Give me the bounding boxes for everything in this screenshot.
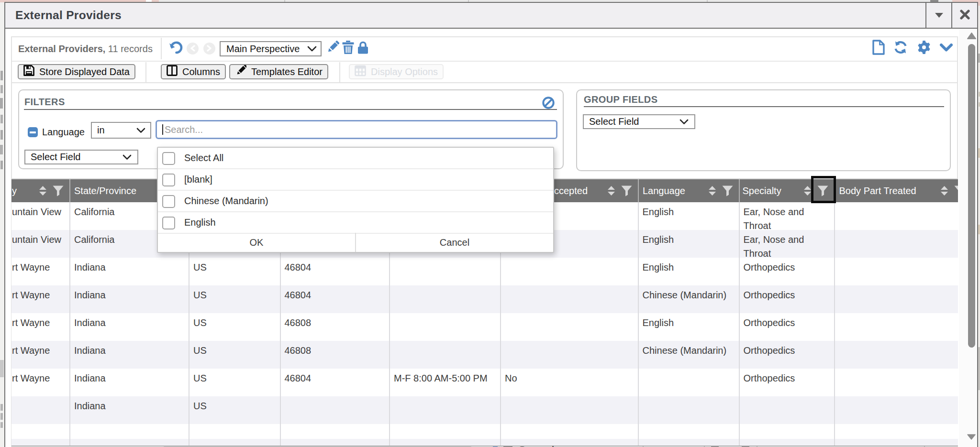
sort-icon[interactable] [804,186,811,196]
checkbox[interactable] [162,152,175,165]
add-group-field-select[interactable]: Select Field [583,114,695,129]
table-row[interactable]: rt WayneIndianaUS46808EnglishOrthopedics [11,313,958,341]
filter-funnel-icon[interactable] [954,185,958,196]
window-close-button[interactable] [951,3,977,28]
edit-perspective-button[interactable] [325,36,340,60]
table-cell [390,341,501,369]
table-cell [501,439,639,446]
scrollbar-thumb[interactable] [968,44,975,348]
table-cell: Chinese (Mandarin) [639,285,740,313]
pencil-icon [235,65,251,79]
table-row[interactable] [11,439,958,446]
dropdown-option[interactable]: English [158,212,553,234]
dropdown-option-label: Select All [184,153,223,164]
table-cell: Indiana [70,341,189,369]
vertical-scrollbar[interactable] [959,29,977,447]
dropdown-option[interactable]: Select All [158,148,553,169]
table-cell [835,369,958,396]
table-cell: rt Wayne [11,285,70,313]
table-cell: rt Wayne [11,258,70,285]
filter-operator-select[interactable]: in [91,122,151,139]
refresh-button[interactable] [893,36,908,60]
table-row[interactable]: IndianaUS [11,396,958,424]
sort-icon[interactable] [608,186,615,196]
table-row[interactable]: rt WayneIndianaUS46804Chinese (Mandarin)… [11,285,958,313]
column-header-label: Body Part Treated [839,185,916,196]
undo-button[interactable] [168,36,184,60]
add-filter-field-select[interactable]: Select Field [24,150,138,164]
table-cell: Ear, Nose and Throat [740,230,835,258]
checkbox[interactable] [162,174,175,186]
table-cell: untain View [11,202,70,230]
filter-funnel-icon[interactable] [817,185,828,196]
clear-filters-button[interactable] [542,97,555,109]
table-cell [740,396,835,424]
table-row[interactable] [11,424,958,439]
table-cell [835,285,958,313]
display-options-button[interactable]: Display Options [349,64,444,79]
cancel-button[interactable]: Cancel [356,233,553,252]
columns-button[interactable]: Columns [161,64,226,79]
toolbar-divider [12,61,957,62]
dropdown-option[interactable]: [blank] [158,169,553,191]
add-group-field-value: Select Field [589,116,639,127]
scroll-down-arrow-icon[interactable] [967,433,976,442]
window-menu-button[interactable] [925,3,951,28]
filter-funnel-icon[interactable] [53,185,64,196]
filter-funnel-icon[interactable] [722,185,733,196]
table-cell [11,424,70,439]
table-cell: 46804 [281,369,390,396]
undo-icon [169,41,183,56]
sort-icon[interactable] [941,186,948,196]
display-options-label: Display Options [371,66,438,77]
column-header[interactable]: Body Part Treated [835,179,958,202]
delete-perspective-button[interactable] [341,36,355,60]
checkbox[interactable] [162,195,175,208]
history-forward-button[interactable] [203,36,215,60]
table-cell [740,424,835,439]
table-cell [501,258,639,285]
column-header[interactable]: Specialty [740,179,835,202]
column-header[interactable]: Language [639,179,740,202]
table-cell [639,424,740,439]
filter-search-input[interactable]: Search... [156,120,557,139]
checkbox[interactable] [162,217,175,229]
perspective-select[interactable]: Main Perspective [220,41,322,56]
filters-rule [24,109,557,110]
table-row[interactable]: rt WayneIndianaUS46804EnglishOrthopedics [11,258,958,285]
table-cell [501,424,639,439]
grid-summary-title: External Providers, [18,44,105,55]
column-header-label: y [12,185,17,196]
external-providers-window: External Providers External Providers, 1… [4,2,978,447]
lock-perspective-button[interactable] [356,36,369,60]
store-displayed-data-button[interactable]: Store Displayed Data [18,64,135,79]
table-cell [11,439,70,446]
table-cell: US [189,285,281,313]
filter-indeterminate-checkbox[interactable] [28,127,38,137]
table-cell [501,396,639,424]
new-document-button[interactable] [871,36,886,60]
scroll-up-arrow-icon[interactable] [967,33,976,41]
templates-editor-button[interactable]: Templates Editor [229,64,328,79]
ok-button[interactable]: OK [158,233,356,252]
sort-icon[interactable] [39,186,46,196]
table-row[interactable]: rt WayneIndianaUS46804M-F 8:00 AM-5:00 P… [11,369,958,396]
dropdown-option[interactable]: Chinese (Mandarin) [158,191,553,212]
table-cell [390,258,501,285]
table-cell: English [639,230,740,258]
ban-icon [542,97,555,109]
column-header[interactable]: y [11,179,70,202]
table-cell: US [189,396,281,424]
column-header-label: Specialty [743,185,781,196]
chevron-right-icon [203,43,215,55]
filter-funnel-icon[interactable] [621,185,632,196]
background-left-mark [0,145,3,154]
history-back-button[interactable] [186,36,199,60]
background-left-mark [0,85,3,93]
sort-icon[interactable] [709,186,716,196]
settings-button[interactable] [916,36,931,60]
collapse-toolbar-button[interactable] [939,36,953,60]
table-cell [70,439,189,446]
group-fields-rule [584,106,944,107]
table-row[interactable]: rt WayneIndianaUS46808Chinese (Mandarin)… [11,341,958,369]
